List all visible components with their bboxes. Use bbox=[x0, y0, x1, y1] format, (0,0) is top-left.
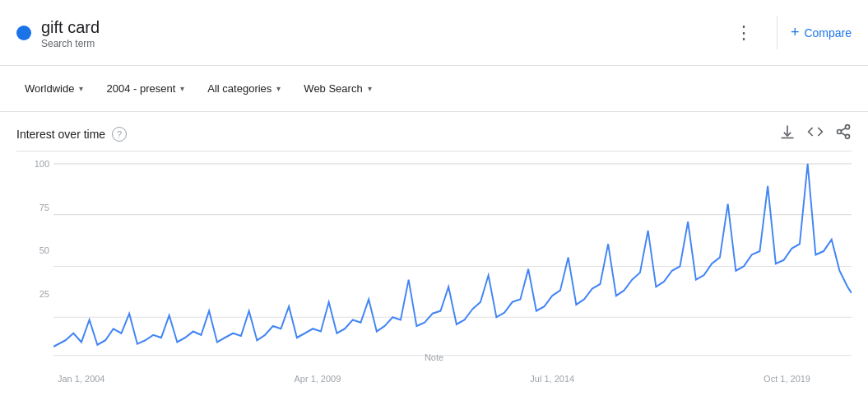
download-icon[interactable] bbox=[779, 124, 796, 144]
chart-container: 100 75 50 25 Jan 1, 2004 Apr 1, 2009 Jul… bbox=[16, 155, 852, 385]
chart-actions bbox=[779, 124, 852, 144]
search-type-filter-label: Web Search bbox=[304, 82, 362, 95]
svg-point-1 bbox=[846, 125, 850, 129]
chart-title: Interest over time bbox=[16, 128, 105, 141]
more-options-button[interactable]: ⋮ bbox=[725, 21, 764, 45]
x-label-2014: Jul 1, 2014 bbox=[530, 374, 574, 384]
compare-label: Compare bbox=[804, 26, 852, 40]
category-chevron-icon: ▾ bbox=[276, 84, 281, 93]
svg-point-3 bbox=[846, 134, 850, 138]
date-chevron-icon: ▾ bbox=[180, 84, 184, 93]
trend-chart-svg bbox=[53, 155, 852, 369]
search-term-subtitle: Search term bbox=[41, 38, 100, 49]
chart-header: Interest over time ? bbox=[16, 112, 852, 152]
svg-point-2 bbox=[838, 130, 842, 134]
search-type-chevron-icon: ▾ bbox=[368, 84, 372, 93]
category-filter-label: All categories bbox=[207, 82, 272, 95]
help-icon[interactable]: ? bbox=[112, 127, 127, 142]
compare-button[interactable]: + Compare bbox=[791, 24, 852, 41]
y-label-75: 75 bbox=[16, 203, 49, 212]
chart-title-area: Interest over time ? bbox=[16, 127, 127, 142]
y-axis-labels: 100 75 50 25 bbox=[16, 155, 49, 344]
compare-plus-icon: + bbox=[791, 24, 800, 41]
search-term-text: gift card Search term bbox=[41, 16, 100, 49]
location-chevron-icon: ▾ bbox=[79, 84, 83, 93]
header-divider bbox=[777, 16, 777, 49]
date-filter-label: 2004 - present bbox=[106, 82, 175, 95]
location-filter-label: Worldwide bbox=[25, 82, 74, 95]
header: gift card Search term ⋮ + Compare bbox=[0, 0, 868, 66]
y-label-100: 100 bbox=[16, 159, 49, 169]
category-filter-button[interactable]: All categories ▾ bbox=[199, 77, 289, 100]
chart-section: Interest over time ? 100 75 50 25 bbox=[0, 112, 868, 415]
x-label-2009: Apr 1, 2009 bbox=[294, 374, 341, 384]
search-type-filter-button[interactable]: Web Search ▾ bbox=[295, 77, 379, 100]
search-term-title: gift card bbox=[41, 16, 100, 38]
location-filter-button[interactable]: Worldwide ▾ bbox=[16, 77, 91, 100]
y-label-50: 50 bbox=[16, 245, 49, 255]
date-filter-button[interactable]: 2004 - present ▾ bbox=[98, 77, 193, 100]
search-term-color-dot bbox=[16, 26, 31, 40]
share-icon[interactable] bbox=[835, 124, 852, 144]
filters-bar: Worldwide ▾ 2004 - present ▾ All categor… bbox=[0, 66, 868, 112]
y-label-25: 25 bbox=[16, 289, 49, 299]
x-label-2004: Jan 1, 2004 bbox=[58, 374, 105, 384]
x-axis-labels: Jan 1, 2004 Apr 1, 2009 Jul 1, 2014 Oct … bbox=[16, 374, 852, 384]
svg-line-5 bbox=[841, 128, 846, 130]
note-label: Note bbox=[425, 352, 443, 362]
embed-icon[interactable] bbox=[807, 124, 824, 144]
search-term-area: gift card Search term bbox=[16, 16, 725, 49]
x-label-2019: Oct 1, 2019 bbox=[764, 374, 810, 384]
svg-line-4 bbox=[841, 133, 846, 135]
